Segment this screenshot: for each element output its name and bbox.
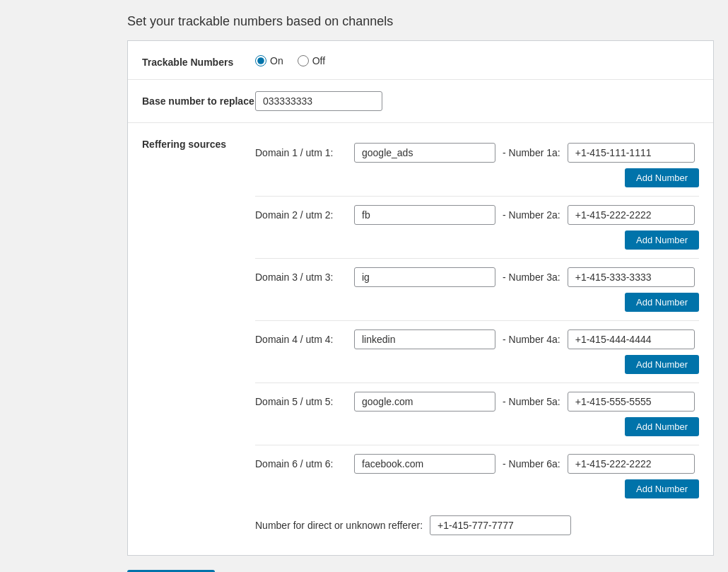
radio-on[interactable] [255,55,266,66]
domain-input-6[interactable] [354,454,495,474]
number-input-1[interactable] [568,143,695,163]
source-entry-3: Domain 3 / utm 3: - Number 3a: Add Numbe… [255,259,699,321]
source-entry-top-4: Domain 4 / utm 4: - Number 4a: [255,329,699,349]
source-entry-5: Domain 5 / utm 5: - Number 5a: Add Numbe… [255,383,699,445]
domain-label-4: Domain 4 / utm 4: [255,334,347,345]
radio-on-text: On [270,55,283,66]
add-number-button-6[interactable]: Add Number [625,479,699,498]
radio-off-text: Off [312,55,325,66]
settings-box: Trackable Numbers On Off [127,40,714,556]
domain-input-2[interactable] [354,205,495,225]
source-entry-6: Domain 6 / utm 6: - Number 6a: Add Numbe… [255,445,699,507]
radio-group: On Off [255,52,699,66]
source-entry-bottom-5: Add Number [255,417,699,436]
add-number-button-2[interactable]: Add Number [625,230,699,250]
radio-off-label[interactable]: Off [298,55,325,66]
direct-number-row: Number for direct or unknown refferer: [255,507,699,544]
trackable-numbers-row: Trackable Numbers On Off [128,41,713,80]
reffering-sources-content: Domain 1 / utm 1: - Number 1a: Add Numbe… [255,134,699,544]
number-label-2: - Number 2a: [503,209,560,221]
reffering-sources-row: Reffering sources Domain 1 / utm 1: - Nu… [128,123,713,555]
source-entry-top-1: Domain 1 / utm 1: - Number 1a: [255,143,699,163]
source-entry-bottom-1: Add Number [255,168,699,187]
page-title: Set your trackable numbers based on chan… [127,14,714,29]
source-entry-2: Domain 2 / utm 2: - Number 2a: Add Numbe… [255,197,699,259]
reffering-sources-label: Reffering sources [142,134,255,150]
add-number-button-4[interactable]: Add Number [625,355,699,374]
domain-label-5: Domain 5 / utm 5: [255,396,347,407]
domain-label-6: Domain 6 / utm 6: [255,458,347,469]
source-entry-top-2: Domain 2 / utm 2: - Number 2a: [255,205,699,225]
direct-number-input[interactable] [430,515,571,535]
source-entry-1: Domain 1 / utm 1: - Number 1a: Add Numbe… [255,134,699,197]
radio-on-label[interactable]: On [255,55,283,66]
page-container: Set your trackable numbers based on chan… [0,14,728,572]
source-entry-top-3: Domain 3 / utm 3: - Number 3a: [255,267,699,287]
direct-number-label: Number for direct or unknown refferer: [255,520,423,531]
add-number-button-1[interactable]: Add Number [625,168,699,187]
add-number-button-3[interactable]: Add Number [625,293,699,312]
domain-input-3[interactable] [354,267,495,287]
domain-input-4[interactable] [354,329,495,349]
source-entry-bottom-2: Add Number [255,230,699,250]
domain-input-5[interactable] [354,392,495,412]
base-number-row: Base number to replace [128,80,713,123]
add-number-button-5[interactable]: Add Number [625,417,699,436]
domain-label-1: Domain 1 / utm 1: [255,147,347,158]
number-input-6[interactable] [568,454,695,474]
number-input-4[interactable] [568,329,695,349]
source-entry-4: Domain 4 / utm 4: - Number 4a: Add Numbe… [255,321,699,383]
source-entry-bottom-6: Add Number [255,479,699,498]
source-entry-bottom-3: Add Number [255,293,699,312]
base-number-input[interactable] [255,91,382,111]
trackable-numbers-label: Trackable Numbers [142,52,255,68]
number-label-6: - Number 6a: [503,458,560,469]
radio-off[interactable] [298,55,309,66]
number-label-4: - Number 4a: [503,334,560,345]
number-label-1: - Number 1a: [503,147,560,158]
source-entry-top-5: Domain 5 / utm 5: - Number 5a: [255,392,699,412]
main-content: Set your trackable numbers based on chan… [127,14,714,572]
domain-label-3: Domain 3 / utm 3: [255,272,347,283]
source-entry-top-6: Domain 6 / utm 6: - Number 6a: [255,454,699,474]
domain-label-2: Domain 2 / utm 2: [255,209,347,221]
trackable-numbers-content: On Off [255,52,699,66]
source-entry-bottom-4: Add Number [255,355,699,374]
sources-container: Domain 1 / utm 1: - Number 1a: Add Numbe… [255,134,699,507]
number-input-2[interactable] [568,205,695,225]
domain-input-1[interactable] [354,143,495,163]
base-number-label: Base number to replace [142,91,255,107]
number-label-5: - Number 5a: [503,396,560,407]
number-input-5[interactable] [568,392,695,412]
number-input-3[interactable] [568,267,695,287]
number-label-3: - Number 3a: [503,272,560,283]
base-number-content [255,91,699,111]
